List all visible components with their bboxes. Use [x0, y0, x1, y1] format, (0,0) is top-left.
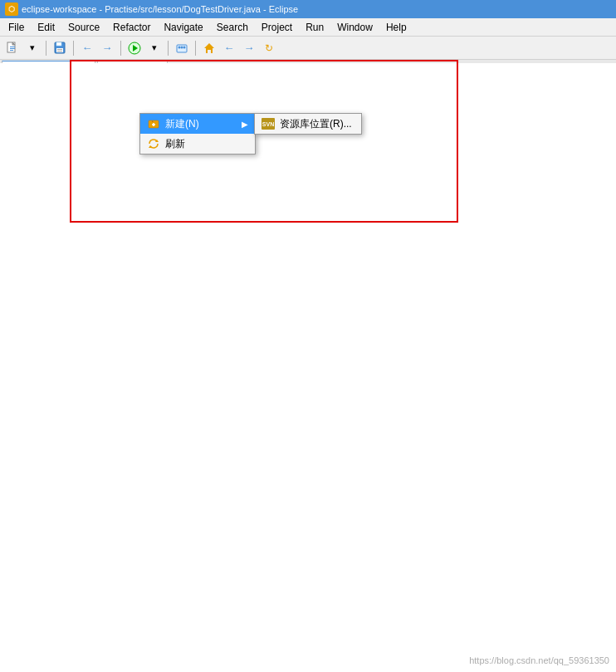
svg-point-14	[181, 46, 183, 48]
forward-button[interactable]: →	[98, 39, 116, 57]
context-menu: 新建(N) ▶ 刷新 SVN 资源库位置(R)...	[139, 113, 256, 155]
menu-window[interactable]: Window	[330, 18, 379, 36]
repo-location-icon: SVN	[262, 117, 275, 130]
svg-rect-2	[10, 47, 15, 47]
new-button[interactable]	[3, 39, 22, 57]
svg-marker-16	[204, 43, 214, 53]
svn-small-icon: SVN	[262, 118, 275, 130]
svg-rect-6	[56, 42, 61, 46]
menu-file[interactable]: File	[2, 18, 31, 36]
back-button[interactable]: ←	[78, 39, 96, 57]
separator3	[120, 41, 121, 56]
run-dropdown[interactable]: ▾	[145, 39, 164, 57]
menu-refactor[interactable]: Refactor	[106, 18, 157, 36]
forward2-button[interactable]: →	[240, 39, 258, 57]
context-menu-refresh-label: 刷新	[165, 137, 185, 151]
svg-rect-4	[10, 50, 13, 51]
separator2	[73, 41, 74, 56]
menu-source[interactable]: Source	[61, 18, 106, 36]
context-menu-new[interactable]: 新建(N) ▶	[140, 114, 255, 134]
toolbar: ▾ ← → ▾ ← → ↻	[0, 37, 616, 60]
red-border-box	[70, 60, 458, 223]
menu-project[interactable]: Project	[255, 18, 299, 36]
svg-rect-8	[57, 49, 62, 50]
window-title: eclipse-workspace - Practise/src/lesson/…	[22, 4, 298, 14]
refresh-icon	[147, 137, 160, 150]
submenu-repo-location[interactable]: SVN 资源库位置(R)...	[255, 114, 361, 134]
save-button[interactable]	[51, 39, 69, 57]
svg-rect-3	[10, 48, 15, 49]
separator1	[46, 41, 46, 56]
svg-rect-7	[56, 48, 63, 52]
context-menu-refresh[interactable]: 刷新	[140, 134, 255, 154]
context-menu-new-label: 新建(N)	[165, 117, 199, 131]
refresh-nav-button[interactable]: ↻	[260, 39, 278, 57]
new-folder-icon	[147, 117, 160, 130]
menu-navigate[interactable]: Navigate	[157, 18, 209, 36]
toolbar-dropdown1[interactable]: ▾	[23, 39, 42, 57]
debug-button[interactable]	[173, 39, 191, 57]
submenu-arrow: ▶	[242, 120, 248, 129]
menu-bar: File Edit Source Refactor Navigate Searc…	[0, 18, 616, 37]
submenu: SVN 资源库位置(R)...	[254, 113, 362, 135]
menu-search[interactable]: Search	[210, 18, 255, 36]
separator4	[168, 41, 169, 56]
svg-rect-9	[57, 51, 62, 52]
menu-help[interactable]: Help	[379, 18, 413, 36]
menu-run[interactable]: Run	[299, 18, 330, 36]
svg-point-13	[178, 46, 181, 48]
watermark: https://blog.csdn.net/qq_59361350	[469, 655, 609, 665]
svg-point-15	[183, 46, 186, 48]
app-icon: ⬡	[5, 2, 18, 16]
submenu-repo-location-label: 资源库位置(R)...	[280, 117, 352, 131]
run-button[interactable]	[125, 39, 144, 57]
title-bar: ⬡ eclipse-workspace - Practise/src/lesso…	[0, 0, 616, 18]
home-button[interactable]	[200, 39, 218, 57]
menu-edit[interactable]: Edit	[31, 18, 61, 36]
back2-button[interactable]: ←	[220, 39, 238, 57]
separator5	[195, 41, 196, 56]
